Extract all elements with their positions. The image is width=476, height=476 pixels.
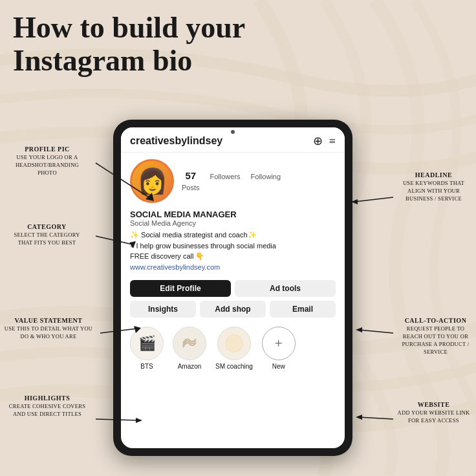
highlights-section: 🎬 BTS Amazon — [121, 321, 345, 373]
phone-mockup: creativesbylindsey ⊕ ≡ 👩 57 Posts — [113, 120, 352, 456]
phone-icons: ⊕ ≡ — [313, 134, 336, 148]
bio-link[interactable]: www.creativesbylindsey.com — [130, 263, 336, 271]
add-shop-button[interactable]: Add shop — [200, 301, 266, 318]
highlight-amazon: Amazon — [173, 327, 206, 370]
highlight-new: + New — [262, 327, 296, 370]
annotation-profile-pic: PROFILE PIC USE YOUR LOGO OR A HEADSHOT/… — [5, 146, 89, 177]
stat-following: Following — [251, 170, 281, 193]
stat-followers: Followers — [210, 170, 241, 193]
highlight-circle-new[interactable]: + — [262, 327, 296, 360]
highlight-circle-bts[interactable]: 🎬 — [130, 327, 164, 360]
bio-name: SOCIAL MEDIA MANAGER — [130, 210, 336, 219]
menu-icon: ≡ — [329, 135, 336, 148]
highlight-sm-coaching: SM coaching — [215, 327, 253, 370]
highlight-bts: 🎬 BTS — [130, 327, 164, 370]
edit-profile-button[interactable]: Edit Profile — [130, 280, 231, 297]
phone-screen: creativesbylindsey ⊕ ≡ 👩 57 Posts — [121, 127, 345, 448]
stat-posts: 57 Posts — [182, 170, 200, 193]
ad-tools-button[interactable]: Ad tools — [235, 280, 336, 297]
annotation-headline: HEADLINE USE KEYWORDS THAT ALIGN WITH YO… — [396, 171, 471, 203]
annotation-website: WEBSITE ADD YOUR WEBSITE LINK FOR EASY A… — [396, 401, 471, 425]
annotation-category: CATEGORY SELECT THE CATEGORY THAT FITS Y… — [10, 223, 84, 247]
highlight-circle-amazon[interactable] — [173, 327, 206, 360]
insights-button[interactable]: Insights — [130, 301, 196, 318]
add-icon: ⊕ — [313, 134, 323, 148]
highlight-circle-sm-coaching[interactable] — [217, 327, 251, 360]
action-buttons: Edit Profile Ad tools Insights Add shop … — [121, 276, 345, 321]
camera-dot — [231, 130, 235, 134]
avatar: 👩 — [130, 159, 174, 203]
bio-category: Social Media Agency — [130, 219, 336, 227]
instagram-username: creativesbylindsey — [130, 135, 222, 147]
annotation-cta: CALL-TO-ACTION REQUEST PEOPLE TO REACH O… — [398, 317, 473, 356]
button-row-2: Insights Add shop Email — [130, 301, 336, 318]
button-row-1: Edit Profile Ad tools — [130, 280, 336, 297]
profile-section: 👩 57 Posts Followers Following — [121, 153, 345, 207]
annotation-value-statement: VALUE STATEMENT USE THIS TO DETAIL WHAT … — [3, 317, 94, 341]
annotation-highlights: HIGHLIGHTS CREATE COHESIVE COVERS AND US… — [5, 395, 89, 418]
bio-text: ✨ Social media strategist and coach✨ + I… — [130, 230, 336, 262]
page-title: How to build your Instagram bio — [13, 12, 272, 77]
email-button[interactable]: Email — [270, 301, 336, 318]
profile-stats: 57 Posts Followers Following — [182, 170, 336, 193]
bio-section: SOCIAL MEDIA MANAGER Social Media Agency… — [121, 207, 345, 276]
